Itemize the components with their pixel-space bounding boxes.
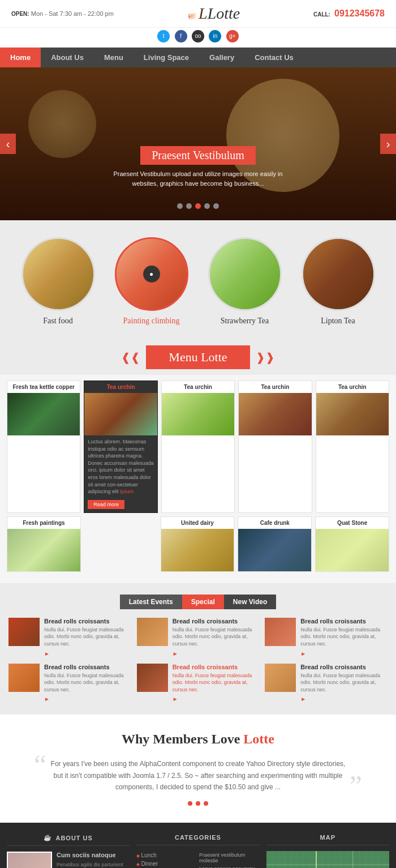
menu-card-fresh-tea[interactable]: Fresh tea kettle copper (7, 380, 80, 513)
menu-card-quat[interactable]: Quat Stone (315, 516, 389, 572)
nav-home[interactable]: Home (0, 48, 41, 67)
event-desc-2: Nulla dui. Fusce feugiat malesuada odio.… (173, 626, 260, 648)
hero-dot-4[interactable] (204, 203, 210, 209)
menu-card-tea-1[interactable]: Tea urchin (161, 380, 235, 513)
menu-ipsum-link[interactable]: ipsum (120, 489, 134, 494)
food-item-4[interactable]: Lipton Tea (299, 237, 378, 326)
social-bar: t f oo in g+ (0, 28, 396, 48)
event-more-5[interactable]: ► (173, 696, 178, 702)
read-more-button[interactable]: Read more (88, 500, 124, 509)
chef-info: Cum sociis natoque Penatibus agilis dis … (57, 852, 130, 868)
event-title-2: Bread rolls croissants (173, 618, 260, 625)
nav-about[interactable]: About Us (41, 48, 94, 67)
menu-card-title-2: Tea urchin (84, 381, 157, 393)
hero-dot-1[interactable] (177, 203, 183, 209)
footer-about-col: ☕ ABOUT US Cum sociis natoque Penatibus … (7, 834, 130, 868)
hero-dots (177, 203, 219, 209)
hero-arrow-left[interactable]: ‹ (0, 134, 16, 154)
event-content-4: Bread rolls croissants Nulla dui. Fusce … (44, 664, 131, 704)
menu-card-tea-2[interactable]: Tea urchin (238, 380, 312, 513)
event-item-5: Bread rolls croissants Nulla dui. Fusce … (137, 664, 260, 704)
nav-gallery[interactable]: Gallery (199, 48, 244, 67)
menu-image-8 (238, 529, 311, 571)
flickr-icon[interactable]: oo (192, 30, 204, 42)
twitter-icon[interactable]: t (157, 30, 170, 42)
food-item-1[interactable]: Fast food (19, 237, 98, 326)
tab-latest-events[interactable]: Latest Events (120, 595, 182, 609)
navigation: Home About Us Menu Living Space Gallery … (0, 48, 396, 67)
menu-image-7 (161, 529, 234, 571)
event-desc-4: Nulla dui. Fusce feugiat malesuada odio.… (44, 672, 131, 694)
footer-about-title: ☕ ABOUT US (7, 834, 130, 846)
hero-dot-3[interactable] (195, 203, 201, 209)
hero-dot-5[interactable] (213, 203, 219, 209)
event-more-1[interactable]: ► (44, 651, 50, 657)
food-label-3: Strawberry Tea (205, 317, 285, 326)
event-content-3: Bread rolls croissants Nulla dui. Fusce … (300, 618, 388, 658)
menu-card-title-7: United dairy (161, 517, 234, 529)
cat-lunch[interactable]: ◆ Lunch (136, 851, 197, 860)
menu-row-2: Fresh paintings United dairy Cafe drunk … (7, 516, 389, 572)
food-item-2[interactable]: ● Painting climbing (112, 237, 191, 326)
event-item-6: Bread rolls croissants Nulla dui. Fusce … (265, 664, 388, 704)
linkedin-icon[interactable]: in (209, 30, 221, 42)
event-more-6[interactable]: ► (300, 696, 306, 702)
facebook-icon[interactable]: f (175, 30, 187, 42)
event-desc-3: Nulla dui. Fusce feugiat malesuada odio.… (300, 626, 388, 648)
event-title-3: Bread rolls croissants (300, 618, 388, 625)
food-label-2: Painting climbing (112, 317, 191, 326)
footer-cat-list-1: ◆ Lunch ◆ Dinner ◆ Breakfast ◆ Cocktails… (136, 851, 197, 868)
why-quote-wrap: “ For years I've been using the AlphaCon… (34, 758, 362, 793)
footer-main: ☕ ABOUT US Cum sociis natoque Penatibus … (0, 823, 396, 868)
menu-card-cafe[interactable]: Cafe drunk (238, 516, 312, 572)
menu-lotte-title: Menu Lotte (169, 350, 227, 364)
menu-card-tea-3[interactable]: Tea urchin (316, 380, 389, 513)
event-more-3[interactable]: ► (300, 651, 306, 657)
why-dot-1[interactable] (188, 801, 192, 806)
menu-card-paintings[interactable]: Fresh paintings (7, 516, 81, 572)
cat-dinner[interactable]: ◆ Dinner (136, 860, 197, 868)
hero-content: Praesent Vestibulum Praesent Vestibulum … (107, 146, 289, 189)
nav-living-space[interactable]: Living Space (134, 48, 199, 67)
footer-map[interactable] (266, 851, 389, 868)
menu-image-3 (162, 393, 234, 435)
menu-image-1 (7, 393, 80, 435)
why-dot-2[interactable] (196, 801, 200, 806)
hero-description: Praesent Vestibulum upload and utilize i… (107, 169, 289, 189)
tab-new-video[interactable]: New Video (224, 595, 276, 609)
tab-special[interactable]: Special (182, 595, 224, 609)
menu-card-highlighted[interactable]: Tea urchin Luctus alorem. Maecenas trist… (84, 380, 157, 513)
event-desc-6: Nulla dui. Fusce feugiat malesuada odio.… (300, 672, 388, 694)
hero-section: ‹ › Praesent Vestibulum Praesent Vestibu… (0, 67, 396, 220)
event-more-4[interactable]: ► (44, 696, 50, 702)
event-thumb-5 (137, 664, 168, 692)
event-title-5: Bread rolls croissants (173, 664, 260, 670)
menu-arrow-right: ❱❱ (256, 350, 275, 364)
events-tabs: Latest Events Special New Video (8, 595, 388, 609)
menu-arrow-left: ❰❰ (121, 350, 140, 364)
food-circle-4 (302, 237, 375, 311)
logo: 🐖 LLotte (187, 5, 240, 23)
why-title: Why Members Love Lotte (34, 732, 362, 747)
nav-menu[interactable]: Menu (94, 48, 134, 67)
hours-text: Mon - Sat 7:30 am - 22:00 pm (31, 10, 114, 17)
gplus-icon[interactable]: g+ (226, 30, 239, 42)
nav-contact[interactable]: Contact Us (244, 48, 304, 67)
event-title-4: Bread rolls croissants (44, 664, 131, 670)
menu-card-title-3: Tea urchin (162, 381, 234, 393)
hero-arrow-right[interactable]: › (380, 134, 396, 154)
hero-dot-2[interactable] (186, 203, 192, 209)
menu-card-united[interactable]: United dairy (161, 516, 235, 572)
event-desc-1: Nulla dui. Fusce feugiat malesuada odio.… (44, 626, 131, 648)
menu-row-1: Fresh tea kettle copper Tea urchin Luctu… (7, 380, 389, 513)
why-dot-3[interactable] (204, 801, 208, 806)
footer-categories-col: CATEGORIES ◆ Lunch ◆ Dinner ◆ Breakfast … (136, 834, 259, 868)
event-thumb-4 (8, 664, 40, 692)
menu-image-5 (316, 393, 389, 435)
play-button[interactable]: ● (143, 266, 160, 283)
food-circle-2: ● (115, 237, 188, 311)
food-item-3[interactable]: Strawberry Tea (205, 237, 285, 326)
why-title-highlight: Lotte (243, 732, 274, 746)
event-more-2[interactable]: ► (173, 651, 178, 657)
call-label: CALL: (313, 11, 330, 18)
